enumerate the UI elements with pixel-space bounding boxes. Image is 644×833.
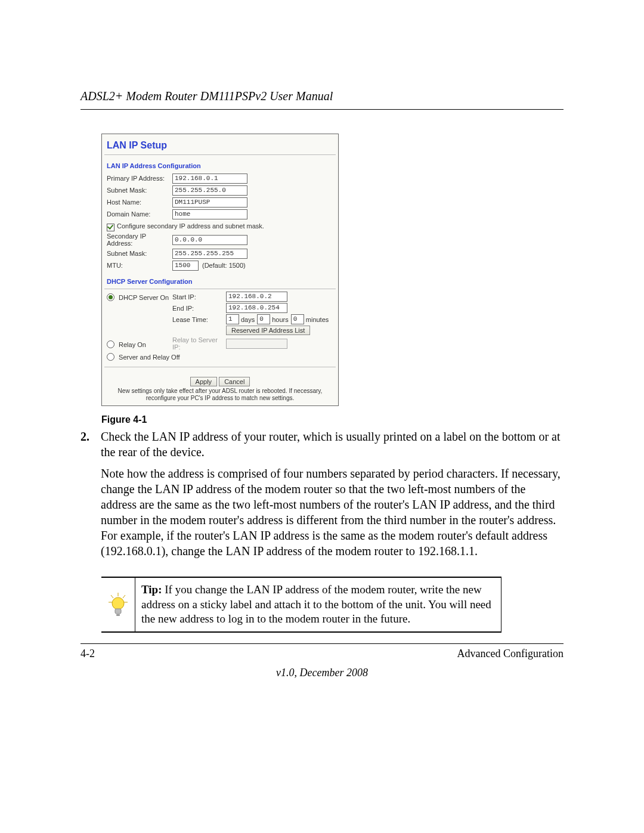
list-paragraph-1: Check the LAN IP address of your router,… [101, 429, 564, 460]
tip-text: If you change the LAN IP address of the … [141, 583, 491, 625]
primary-ip-input[interactable]: 192.168.0.1 [172, 174, 247, 184]
relay-server-ip-label: Relay to Server IP: [172, 336, 226, 351]
relay-on-label: Relay On [119, 341, 146, 348]
lease-minutes-input[interactable]: 0 [291, 314, 304, 324]
svg-rect-7 [116, 614, 120, 616]
cancel-button[interactable]: Cancel [219, 377, 250, 386]
settings-footnote: New settings only take effect after your… [108, 388, 332, 402]
tip-label: Tip: [141, 583, 162, 596]
dhcp-section-heading: DHCP Server Configuration [107, 278, 333, 285]
section-name: Advanced Configuration [457, 648, 564, 660]
page-number: 4-2 [80, 648, 95, 660]
divider [104, 367, 336, 367]
svg-point-5 [112, 597, 124, 609]
subnet-mask2-input[interactable]: 255.255.255.255 [172, 249, 247, 259]
dhcp-server-on-radio[interactable] [107, 293, 114, 301]
lease-time-label: Lease Time: [172, 316, 226, 323]
subnet-mask2-label: Subnet Mask: [107, 250, 172, 257]
subnet-mask-input[interactable]: 255.255.255.0 [172, 185, 247, 196]
start-ip-input[interactable]: 192.168.0.2 [226, 292, 287, 302]
domain-name-input[interactable]: home [172, 209, 247, 219]
start-ip-label: Start IP: [172, 293, 226, 301]
lease-minutes-unit: minutes [306, 316, 329, 323]
tip-box: Tip: If you change the LAN IP address of… [101, 577, 501, 633]
list-paragraph-2: Note how the address is comprised of fou… [101, 466, 564, 559]
mtu-label: MTU: [107, 262, 172, 269]
mtu-input[interactable]: 1500 [172, 261, 199, 271]
dhcp-server-on-label: DHCP Server On [119, 294, 169, 301]
lan-ip-section-heading: LAN IP Address Configuration [107, 162, 333, 169]
secondary-ip-input[interactable]: 0.0.0.0 [172, 235, 247, 245]
router-screenshot: LAN IP Setup LAN IP Address Configuratio… [101, 134, 339, 406]
hostname-input[interactable]: DM111PUSP [172, 197, 247, 208]
server-relay-off-label: Server and Relay Off [119, 354, 180, 361]
figure-caption: Figure 4-1 [101, 414, 564, 425]
version-footer: v1.0, December 2008 [0, 667, 644, 679]
apply-button[interactable]: Apply [190, 377, 218, 386]
lease-hours-unit: hours [272, 316, 289, 323]
lease-days-input[interactable]: 1 [226, 314, 239, 324]
relay-server-ip-input [226, 339, 287, 349]
svg-line-2 [123, 595, 125, 598]
secondary-ip-checkbox-label: Configure secondary IP address and subne… [117, 222, 264, 230]
lease-hours-input[interactable]: 0 [257, 314, 270, 324]
reserved-ip-list-button[interactable]: Reserved IP Address List [226, 326, 310, 335]
svg-rect-6 [115, 609, 121, 614]
end-ip-label: End IP: [172, 305, 226, 312]
relay-on-radio[interactable] [107, 340, 114, 348]
secondary-ip-label: Secondary IP Address: [107, 233, 172, 247]
list-number: 2. [80, 429, 101, 565]
domain-name-label: Domain Name: [107, 210, 172, 218]
primary-ip-label: Primary IP Address: [107, 175, 172, 182]
server-relay-off-radio[interactable] [107, 353, 114, 361]
svg-line-1 [111, 595, 113, 598]
lightbulb-icon [106, 592, 130, 618]
secondary-ip-checkbox[interactable] [107, 224, 114, 231]
running-head: ADSL2+ Modem Router DM111PSPv2 User Manu… [80, 89, 564, 110]
divider [104, 154, 336, 155]
lease-days-unit: days [241, 316, 255, 323]
divider [104, 289, 336, 289]
subnet-mask-label: Subnet Mask: [107, 187, 172, 194]
panel-title: LAN IP Setup [107, 140, 333, 151]
mtu-default-hint: (Default: 1500) [202, 262, 246, 269]
end-ip-input[interactable]: 192.168.0.254 [226, 303, 287, 313]
hostname-label: Host Name: [107, 199, 172, 206]
